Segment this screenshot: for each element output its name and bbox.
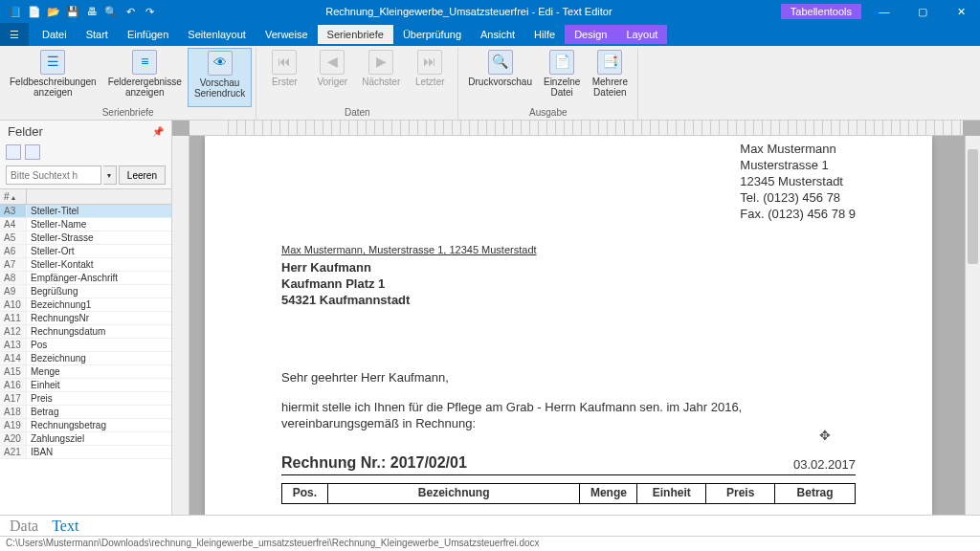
field-name: Steller-Name: [27, 218, 171, 231]
field-row[interactable]: A5Steller-Strasse: [0, 231, 171, 245]
ribbon-btn-letzter: ⏭Letzter: [406, 48, 454, 107]
field-row[interactable]: A16Einheit: [0, 379, 171, 392]
fields-search-input[interactable]: [6, 165, 101, 185]
menu-tab-datei[interactable]: Datei: [33, 25, 77, 44]
menu-tab-design[interactable]: Design: [565, 25, 616, 44]
redo-icon[interactable]: ↷: [142, 4, 157, 19]
menu-tab-seitenlayout[interactable]: Seitenlayout: [178, 25, 256, 44]
new-icon[interactable]: 📄: [27, 4, 42, 19]
field-name: Empfänger-Anschrift: [27, 272, 171, 284]
field-id: A16: [0, 379, 27, 391]
maximize-button[interactable]: ▢: [903, 0, 942, 23]
ribbon-btn-label: VorschauSeriendruck: [194, 77, 245, 99]
field-row[interactable]: A12Rechnungsdatum: [0, 325, 171, 339]
field-row[interactable]: A18Betrag: [0, 406, 171, 419]
ribbon-btn-felderergebnisse[interactable]: ≡Felderergebnisseanzeigen: [102, 48, 188, 107]
ribbon-btn-einzelne[interactable]: 📄EinzelneDatei: [538, 48, 586, 107]
table-header: Preis: [706, 484, 775, 504]
titlebar: 📘 📄 📂 💾 🖶 🔍 ↶ ↷ Rechnung_Kleingewerbe_Um…: [0, 0, 980, 23]
field-id: A8: [0, 272, 27, 284]
clear-search-button[interactable]: Leeren: [119, 165, 166, 185]
field-row[interactable]: A10Bezeichnung1: [0, 298, 171, 312]
field-row[interactable]: A20Zahlungsziel: [0, 432, 171, 446]
field-id: A6: [0, 245, 27, 257]
pin-icon[interactable]: 📌: [152, 126, 164, 137]
ribbon-btn-mehrere[interactable]: 📑MehrereDateien: [586, 48, 634, 107]
horizontal-ruler[interactable]: [189, 121, 963, 136]
field-name: Bezeichnung: [27, 352, 171, 364]
menu-tab-serienbriefe[interactable]: Serienbriefe: [318, 25, 393, 44]
field-id: A20: [0, 432, 27, 445]
field-row[interactable]: A17Preis: [0, 392, 171, 406]
field-row[interactable]: A19Rechnungsbetrag: [0, 419, 171, 432]
field-id: A19: [0, 419, 27, 431]
fields-col-name[interactable]: [27, 189, 171, 204]
field-row[interactable]: A3Steller-Titel: [0, 205, 171, 218]
search-dropdown-icon[interactable]: ▾: [103, 165, 117, 185]
field-row[interactable]: A15Menge: [0, 365, 171, 379]
menu-tab-layout[interactable]: Layout: [616, 25, 667, 44]
scrollbar-thumb[interactable]: [968, 149, 978, 264]
quick-access-toolbar: 📘 📄 📂 💾 🖶 🔍 ↶ ↷: [4, 4, 157, 19]
file-menu-icon[interactable]: ☰: [0, 23, 29, 46]
sender-tel: Tel. (0123) 456 78: [740, 190, 856, 207]
recipient-name: Herr Kaufmann: [281, 260, 856, 276]
print-preview-icon[interactable]: 🔍: [103, 4, 119, 19]
field-name: Begrüßung: [27, 285, 171, 298]
vertical-ruler[interactable]: [172, 136, 189, 515]
move-cursor-icon: ✥: [819, 427, 831, 444]
open-icon[interactable]: 📂: [46, 4, 61, 19]
ribbon-btn-erster: ⏮Erster: [260, 48, 308, 107]
ribbon-btn-label: MehrereDateien: [592, 77, 628, 98]
field-name: Bezeichnung1: [27, 298, 171, 311]
field-row[interactable]: A21IBAN: [0, 446, 171, 459]
ribbon-btn-druckvorschau[interactable]: 🔍Druckvorschau: [462, 48, 538, 107]
field-row[interactable]: A13Pos: [0, 339, 171, 352]
field-name: Steller-Titel: [27, 205, 171, 217]
sender-block: Max Mustermann Musterstrasse 1 12345 Mus…: [740, 142, 856, 222]
fields-col-id[interactable]: # ▴: [0, 189, 27, 204]
datasource-icon[interactable]: [25, 144, 40, 160]
field-name: Betrag: [27, 406, 171, 418]
context-tab-header: Tabellentools: [781, 4, 861, 19]
menu-tab-verweise[interactable]: Verweise: [256, 25, 318, 44]
ribbon-btn-vorschau[interactable]: 👁VorschauSeriendruck: [188, 48, 252, 107]
field-name: Einheit: [27, 379, 171, 391]
field-row[interactable]: A9Begrüßung: [0, 285, 171, 298]
tab-text[interactable]: Text: [52, 518, 78, 535]
tab-data[interactable]: Data: [10, 518, 38, 535]
print-icon[interactable]: 🖶: [84, 4, 100, 19]
field-row[interactable]: A7Steller-Kontakt: [0, 258, 171, 272]
undo-icon[interactable]: ↶: [122, 4, 138, 19]
close-button[interactable]: ✕: [942, 0, 980, 23]
field-row[interactable]: A11RechnungsNr: [0, 312, 171, 325]
table-header: Pos.: [282, 484, 328, 504]
sender-city: 12345 Musterstadt: [740, 174, 856, 190]
ribbon: ☰Feldbeschreibungenanzeigen≡Felderergebn…: [0, 46, 980, 121]
field-row[interactable]: A6Steller-Ort: [0, 245, 171, 258]
ribbon-icon: 📄: [549, 50, 574, 75]
status-bar: C:\Users\Mustermann\Downloads\rechnung_k…: [0, 536, 980, 551]
ribbon-btn-feldbeschreibungen[interactable]: ☰Feldbeschreibungenanzeigen: [4, 48, 102, 107]
menu-tab-ansicht[interactable]: Ansicht: [471, 25, 524, 44]
field-id: A4: [0, 218, 27, 231]
fields-list[interactable]: A3Steller-TitelA4Steller-NameA5Steller-S…: [0, 205, 171, 515]
minimize-button[interactable]: —: [865, 0, 903, 23]
vertical-scrollbar[interactable]: [965, 136, 980, 515]
field-name: RechnungsNr: [27, 312, 171, 324]
sender-street: Musterstrasse 1: [740, 158, 856, 174]
document-page[interactable]: Max Mustermann Musterstrasse 1 12345 Mus…: [205, 136, 932, 515]
field-id: A5: [0, 231, 27, 244]
menu-tab-start[interactable]: Start: [77, 25, 118, 44]
menu-tab-einfügen[interactable]: Einfügen: [118, 25, 178, 44]
field-row[interactable]: A14Bezeichnung: [0, 352, 171, 365]
menu-tab-überprüfung[interactable]: Überprüfung: [393, 25, 471, 44]
field-row[interactable]: A4Steller-Name: [0, 218, 171, 231]
save-icon[interactable]: 💾: [65, 4, 80, 19]
sender-fax: Fax. (0123) 456 78 9: [740, 207, 856, 223]
document-area: Max Mustermann Musterstrasse 1 12345 Mus…: [172, 121, 980, 515]
field-row[interactable]: A8Empfänger-Anschrift: [0, 272, 171, 285]
refresh-fields-icon[interactable]: [6, 144, 21, 160]
menu-tab-hilfe[interactable]: Hilfe: [524, 25, 565, 44]
ribbon-btn-voriger: ◀Voriger: [308, 48, 356, 107]
